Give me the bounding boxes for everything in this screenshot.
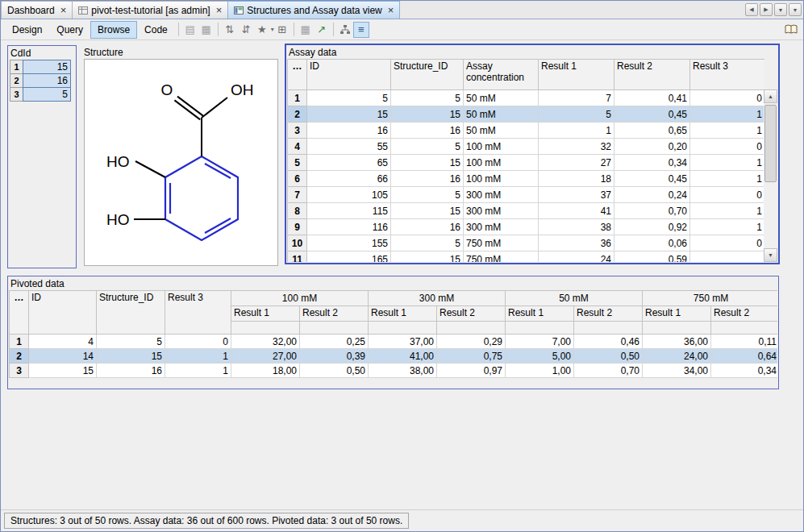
cdid-row[interactable]: 35	[10, 87, 76, 102]
favorites-star-icon[interactable]: ★	[254, 22, 270, 38]
scroll-up-button[interactable]: ▲	[764, 89, 777, 103]
assay-cell[interactable]: 0,20	[614, 139, 690, 155]
query-mode-button[interactable]: Query	[49, 21, 90, 39]
assay-cell[interactable]: 155	[307, 235, 391, 251]
assay-cell[interactable]: 100 mM	[464, 171, 539, 187]
assay-row-header[interactable]: 8	[288, 203, 307, 219]
pivot-cell[interactable]: 16	[97, 364, 165, 378]
cdid-row-header[interactable]: 3	[10, 87, 23, 102]
scroll-tabs-right-button[interactable]: ▶	[760, 3, 773, 16]
pivot-subcolumn-header[interactable]: Result 1	[231, 306, 300, 322]
assay-cell[interactable]: 5	[539, 106, 614, 123]
assay-cell[interactable]: 165	[307, 251, 391, 263]
pivot-cell[interactable]: 0,64	[711, 349, 777, 364]
assay-cell[interactable]: 1	[690, 155, 765, 171]
assay-cell[interactable]: 15	[307, 106, 391, 123]
pivot-cell[interactable]: 5	[97, 335, 165, 349]
close-icon[interactable]: ×	[216, 6, 223, 15]
assay-cell[interactable]: 1	[539, 123, 614, 139]
assay-cell[interactable]: 16	[307, 123, 391, 139]
assay-cell[interactable]: 1	[690, 219, 765, 235]
pivot-subcolumn-header[interactable]: Result 2	[437, 306, 506, 322]
assay-cell[interactable]: 0,45	[614, 106, 690, 123]
assay-cell[interactable]: 24	[539, 251, 614, 263]
assay-cell[interactable]: 5	[391, 187, 464, 203]
assay-cell[interactable]: 0,06	[614, 235, 690, 251]
assay-cell[interactable]: 100 mM	[464, 155, 539, 171]
assay-cell[interactable]: 0,65	[614, 123, 690, 139]
schema-tree-icon[interactable]	[337, 22, 353, 38]
pivot-cell[interactable]: 0,25	[300, 335, 369, 349]
pivot-column-header[interactable]: Structure_ID	[97, 291, 165, 335]
assay-row-header[interactable]: 1	[288, 90, 307, 106]
tab-pivot-test-tutorial[interactable]: pivot-test-tutorial [as admin] ×	[72, 1, 228, 19]
pivot-cell[interactable]: 41,00	[369, 349, 437, 364]
assay-cell[interactable]: 0,70	[614, 203, 690, 219]
assay-cell[interactable]: 5	[391, 90, 464, 106]
assay-cell[interactable]: 750 mM	[464, 235, 539, 251]
assay-cell[interactable]: 0	[690, 187, 765, 203]
pivot-group-header[interactable]: 300 mM	[369, 291, 506, 306]
widgets-icon[interactable]: ▦	[298, 22, 314, 38]
pivot-subcolumn-header[interactable]: Result 1	[506, 306, 574, 322]
pivot-cell[interactable]: 27,00	[231, 349, 300, 364]
pivot-group-header[interactable]: 50 mM	[506, 291, 643, 306]
pivot-row[interactable]: 145032,000,2537,000,297,000,4636,000,11	[10, 335, 778, 349]
pivot-cell[interactable]: 1,00	[506, 364, 574, 378]
pivot-cell[interactable]: 4	[29, 335, 97, 349]
pivot-cell[interactable]: 1	[165, 364, 231, 378]
assay-row[interactable]: 71055300 mM370,240	[288, 187, 765, 203]
cdid-row-header[interactable]: 2	[10, 73, 23, 88]
assay-cell[interactable]: 300 mM	[464, 203, 539, 219]
assay-cell[interactable]: 65	[307, 155, 391, 171]
pivot-cell[interactable]: 0,11	[711, 335, 777, 349]
assay-cell[interactable]: 0	[690, 235, 765, 251]
assay-cell[interactable]: 105	[307, 187, 391, 203]
pivot-cell[interactable]: 0,50	[300, 364, 369, 378]
assay-cell[interactable]: 0,45	[614, 171, 690, 187]
assay-cell[interactable]: 300 mM	[464, 219, 539, 235]
pivot-cell[interactable]: 18,00	[231, 364, 300, 378]
cdid-cell[interactable]: 16	[23, 73, 71, 88]
assay-cell[interactable]: 15	[391, 203, 464, 219]
pivot-row-header[interactable]: 1	[10, 335, 29, 349]
tab-dashboard[interactable]: Dashboard ×	[1, 1, 73, 19]
close-icon[interactable]: ×	[388, 6, 394, 15]
pivot-cell[interactable]: 0	[165, 335, 231, 349]
pivot-row-header[interactable]: 2	[10, 349, 29, 364]
pivot-subcolumn-header[interactable]: Result 1	[369, 306, 437, 322]
cdid-row-header[interactable]: 1	[10, 60, 23, 74]
assay-row[interactable]: 66616100 mM180,451	[288, 171, 765, 187]
browse-mode-button[interactable]: Browse	[90, 21, 137, 39]
pivot-subcolumn-header[interactable]: Result 2	[300, 306, 369, 322]
assay-cell[interactable]: 36	[539, 235, 614, 251]
assay-row-header[interactable]: 10	[288, 235, 307, 251]
sort-descending-icon[interactable]: ⇅	[238, 22, 254, 38]
assay-corner-button[interactable]: …	[288, 60, 307, 90]
scrollbar-thumb[interactable]	[764, 105, 777, 182]
assay-cell[interactable]: 1	[690, 171, 765, 187]
assay-row-header[interactable]: 9	[288, 219, 307, 235]
code-mode-button[interactable]: Code	[137, 21, 175, 39]
pivot-cell[interactable]: 24,00	[643, 349, 711, 364]
pivot-column-header[interactable]: Result 3	[165, 291, 231, 335]
pivot-corner-button[interactable]: …	[10, 291, 29, 335]
pivot-row[interactable]: 21415127,000,3941,000,755,000,5024,000,6…	[10, 349, 778, 364]
assay-cell[interactable]: 27	[539, 155, 614, 171]
pivot-cell[interactable]: 15	[97, 349, 165, 364]
pivot-cell[interactable]: 0,75	[437, 349, 506, 364]
assay-cell[interactable]: 5	[391, 235, 464, 251]
assay-row-header[interactable]: 5	[288, 155, 307, 171]
assay-cell[interactable]: 41	[539, 203, 614, 219]
cdid-row[interactable]: 115	[10, 60, 76, 74]
assay-column-header[interactable]: Result 2	[614, 60, 690, 90]
opened-documents-dropdown-button[interactable]: ▼	[774, 3, 787, 16]
vertical-scrollbar[interactable]: ▲ ▼	[764, 89, 777, 262]
pivot-group-header[interactable]: 750 mM	[643, 291, 777, 306]
assay-cell[interactable]: 16	[391, 123, 464, 139]
assay-row-header[interactable]: 4	[288, 139, 307, 155]
assay-row[interactable]: 15550 mM70,410	[288, 90, 765, 106]
assay-cell[interactable]: 55	[307, 139, 391, 155]
structure-canvas[interactable]: O OH HO HO	[84, 59, 278, 266]
assay-cell[interactable]	[690, 251, 765, 263]
